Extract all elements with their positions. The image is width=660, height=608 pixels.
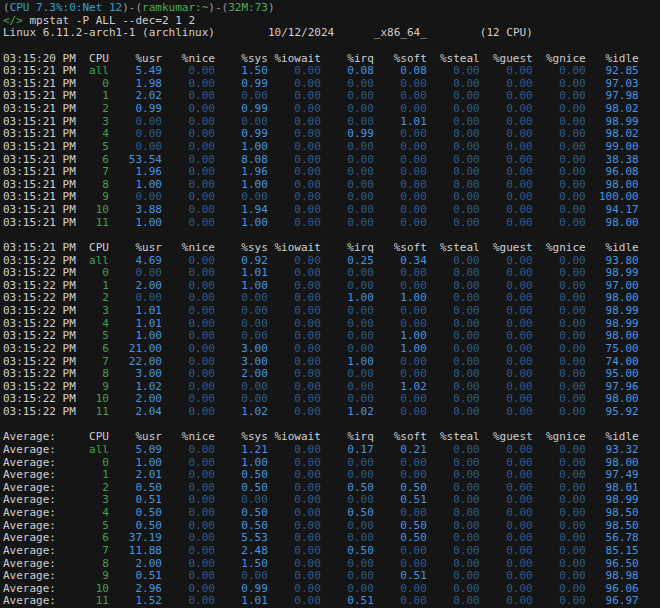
stat-value: 2.96 <box>109 583 162 596</box>
cpu-id: 3 <box>76 305 109 318</box>
column-header: %guest <box>480 242 533 255</box>
stat-value: 0.00 <box>321 318 374 331</box>
stat-value: 0.00 <box>480 457 533 470</box>
blank-line <box>3 40 660 53</box>
cpu-id: 4 <box>76 318 109 331</box>
stat-value: 0.00 <box>321 116 374 129</box>
stat-value: 0.00 <box>480 545 533 558</box>
stat-value: 0.00 <box>374 318 427 331</box>
stat-value: 0.00 <box>427 128 480 141</box>
stat-value: 2.00 <box>215 368 268 381</box>
stat-value: 5.09 <box>109 444 162 457</box>
stat-value: 0.00 <box>162 356 215 369</box>
cpu-id: 10 <box>76 583 109 596</box>
mpstat-data-row: 03:15:21 PM90.000.000.000.000.000.000.00… <box>3 191 660 204</box>
stat-value: 98.50 <box>586 507 639 520</box>
cpu-id: 0 <box>76 78 109 91</box>
stat-value: 0.00 <box>321 204 374 217</box>
stat-value: 0.00 <box>162 90 215 103</box>
column-header: %guest <box>480 431 533 444</box>
stat-value: 0.00 <box>533 558 586 571</box>
stat-value: 0.00 <box>321 494 374 507</box>
stat-value: 0.00 <box>374 103 427 116</box>
row-timestamp: Average: <box>3 583 76 596</box>
row-timestamp: 03:15:22 PM <box>3 305 76 318</box>
stat-value: 0.00 <box>321 570 374 583</box>
stat-value: 0.00 <box>533 318 586 331</box>
stat-value: 0.00 <box>427 179 480 192</box>
command-line: </>mpstat -P ALL --dec=2 1 2 <box>3 15 660 28</box>
stat-value: 0.00 <box>427 368 480 381</box>
stat-value: 98.00 <box>586 330 639 343</box>
row-timestamp: Average: <box>3 595 76 608</box>
stat-value: 0.00 <box>427 494 480 507</box>
stat-value: 0.00 <box>162 393 215 406</box>
column-header: %usr <box>109 242 162 255</box>
stat-value: 0.00 <box>268 494 321 507</box>
stat-value: 0.00 <box>162 494 215 507</box>
blank-line <box>3 229 660 242</box>
stat-value: 98.00 <box>586 457 639 470</box>
column-header: %nice <box>162 242 215 255</box>
cpu-id: 9 <box>76 570 109 583</box>
stat-value: 0.00 <box>480 141 533 154</box>
column-header: %gnice <box>533 431 586 444</box>
mpstat-data-row: Average:12.010.000.500.000.000.000.000.0… <box>3 469 660 482</box>
stat-value: 0.00 <box>480 318 533 331</box>
stat-value: 0.00 <box>374 457 427 470</box>
stat-value: 0.00 <box>215 381 268 394</box>
stat-value: 0.00 <box>427 570 480 583</box>
mpstat-data-row: 03:15:22 PMall4.690.000.920.000.250.340.… <box>3 255 660 268</box>
stat-value: 0.00 <box>374 469 427 482</box>
stat-value: 0.00 <box>321 141 374 154</box>
status-line: (CPU 7.3%:0:Net 12)-(ramkumar:~)-(32M:73… <box>3 2 660 15</box>
stat-value: 0.00 <box>533 305 586 318</box>
stat-value: 0.00 <box>480 179 533 192</box>
stat-value: 0.00 <box>533 280 586 293</box>
terminal-window[interactable]: (CPU 7.3%:0:Net 12)-(ramkumar:~)-(32M:73… <box>0 0 660 606</box>
stat-value: 97.98 <box>586 90 639 103</box>
stat-value: 0.00 <box>480 393 533 406</box>
stat-value: 0.00 <box>427 154 480 167</box>
stat-value: 0.00 <box>321 154 374 167</box>
stat-value: 0.00 <box>533 65 586 78</box>
stat-value: 0.17 <box>321 444 374 457</box>
stat-value: 0.00 <box>321 166 374 179</box>
stat-value: 0.00 <box>109 191 162 204</box>
mpstat-data-row: Average:01.000.001.000.000.000.000.000.0… <box>3 457 660 470</box>
status-segment: ( <box>3 2 10 14</box>
stat-value: 0.50 <box>321 482 374 495</box>
row-timestamp: 03:15:22 PM <box>3 343 76 356</box>
mpstat-data-row: 03:15:21 PM653.540.008.080.000.000.000.0… <box>3 154 660 167</box>
stat-value: 0.00 <box>427 318 480 331</box>
stat-value: 0.00 <box>268 204 321 217</box>
stat-value: 0.00 <box>162 570 215 583</box>
stat-value: 0.00 <box>374 356 427 369</box>
stat-value: 0.00 <box>268 255 321 268</box>
stat-value: 0.00 <box>268 469 321 482</box>
mpstat-data-row: 03:15:21 PM111.000.001.000.000.000.000.0… <box>3 217 660 230</box>
stat-value: 38.38 <box>586 154 639 167</box>
mpstat-data-row: 03:15:21 PM40.000.000.990.000.990.000.00… <box>3 128 660 141</box>
stat-value: 1.21 <box>215 444 268 457</box>
stat-value: 0.00 <box>162 179 215 192</box>
stat-value: 0.00 <box>533 204 586 217</box>
stat-value: 5.53 <box>215 532 268 545</box>
stat-value: 3.00 <box>215 343 268 356</box>
row-timestamp: Average: <box>3 545 76 558</box>
mpstat-data-row: 03:15:22 PM83.000.002.000.000.000.000.00… <box>3 368 660 381</box>
mpstat-data-row: Average:30.510.000.000.000.000.510.000.0… <box>3 494 660 507</box>
stat-value: 1.00 <box>321 356 374 369</box>
stat-value: 2.00 <box>109 280 162 293</box>
stat-value: 0.00 <box>268 116 321 129</box>
stat-value: 98.00 <box>586 292 639 305</box>
stat-value: 0.00 <box>162 507 215 520</box>
mpstat-data-row: 03:15:22 PM722.000.003.000.001.000.000.0… <box>3 356 660 369</box>
row-timestamp: 03:15:21 PM <box>3 141 76 154</box>
row-timestamp: 03:15:21 PM <box>3 242 76 255</box>
stat-value: 0.00 <box>268 128 321 141</box>
stat-value: 1.00 <box>321 292 374 305</box>
stat-value: 0.00 <box>533 356 586 369</box>
stat-value: 0.00 <box>533 406 586 419</box>
row-timestamp: 03:15:21 PM <box>3 90 76 103</box>
